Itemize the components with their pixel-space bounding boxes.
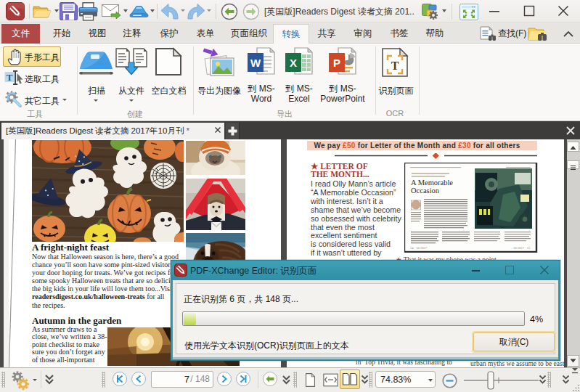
- svg-text:Occasion: Occasion: [411, 187, 440, 195]
- svg-text:P: P: [333, 57, 340, 69]
- svg-text:A Memorable: A Memorable: [411, 179, 453, 187]
- svg-text:T: T: [7, 72, 13, 83]
- svg-text:10-2017 · 15: 10-2017 · 15: [513, 246, 531, 250]
- svg-text:T: T: [391, 60, 399, 72]
- svg-text:X: X: [290, 57, 297, 69]
- svg-text:W: W: [250, 57, 261, 69]
- svg-text:14 · 10-2017: 14 · 10-2017: [410, 246, 428, 250]
